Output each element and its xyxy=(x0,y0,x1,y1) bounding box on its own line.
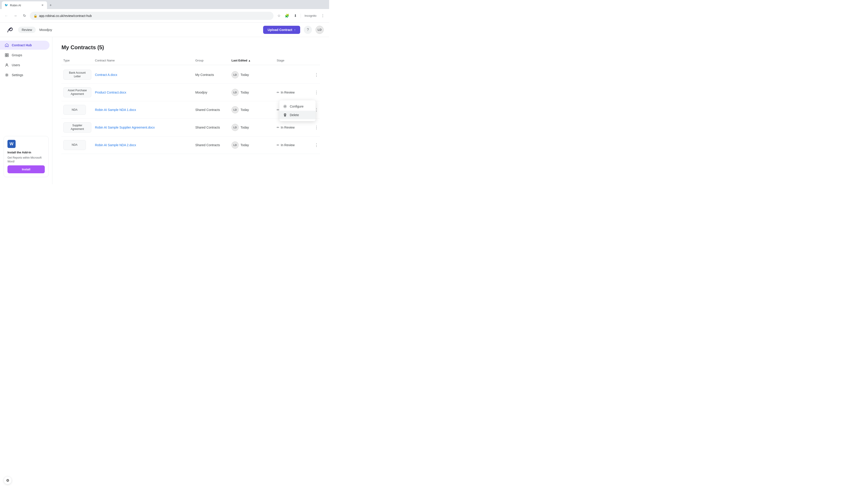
contract-link[interactable]: Product Contract.docx xyxy=(95,91,126,94)
install-addon-button[interactable]: Install xyxy=(7,165,45,173)
sidebar-item-groups[interactable]: Groups xyxy=(0,51,50,60)
avatar-cell: LD Today xyxy=(230,123,275,132)
group-cell: Shared Contracts xyxy=(193,142,230,148)
contract-link[interactable]: Robin AI Sample NDA 1.docx xyxy=(95,108,136,111)
toolbar-actions: ☆ 🧩 ⬇ Incognito ⋮ xyxy=(275,12,327,20)
svg-point-0 xyxy=(10,28,11,29)
active-tab[interactable]: 🐦 Robin AI ✕ xyxy=(2,1,47,9)
menu-button[interactable]: ⋮ xyxy=(319,12,327,20)
addon-description: Get Reports within Microsoft Word! xyxy=(7,156,45,164)
help-button[interactable]: ? xyxy=(304,26,312,34)
extension-button[interactable]: 🧩 xyxy=(283,12,291,20)
svg-rect-4 xyxy=(7,55,8,57)
forward-button[interactable]: → xyxy=(12,12,19,20)
stage-edit-icon: ✏ xyxy=(277,143,279,147)
main-content: Contract Hub Groups xyxy=(0,37,329,184)
sidebar: Contract Hub Groups xyxy=(0,37,53,184)
type-badge: Bank Account Letter xyxy=(63,70,91,80)
row-avatar: LD xyxy=(231,89,239,96)
action-cell: ⋮ xyxy=(311,140,320,150)
type-cell: Asset Purchase Agreement xyxy=(61,86,93,98)
word-icon: W xyxy=(7,140,16,148)
app-layout: Review Moodjoy Upload Contract ↑ ? LD Co… xyxy=(0,23,329,184)
contract-name-cell: Robin AI Sample NDA 2.docx xyxy=(93,142,193,148)
stage-cell: ✏ In Review xyxy=(275,125,311,130)
review-nav-pill[interactable]: Review xyxy=(18,27,36,33)
group-name: Shared Contracts xyxy=(195,108,220,111)
home-icon xyxy=(4,43,9,47)
contract-hub-label: Contract Hub xyxy=(12,43,32,47)
sidebar-item-users[interactable]: Users xyxy=(0,61,50,70)
browser-chrome: 🐦 Robin AI ✕ + ← → ↻ 🔒 app.robinai.co.uk… xyxy=(0,0,329,23)
user-avatar-button[interactable]: LD xyxy=(315,26,324,34)
svg-point-6 xyxy=(6,74,7,76)
type-badge: Supplier Agreement xyxy=(63,122,91,132)
svg-point-5 xyxy=(6,64,7,65)
header-type: Type xyxy=(61,58,93,63)
group-name: My Contracts xyxy=(195,73,214,76)
more-options-button[interactable]: ⋮ xyxy=(313,71,320,78)
context-menu-configure[interactable]: Configure xyxy=(279,102,315,111)
stage-cell xyxy=(275,74,311,76)
last-edited-text: Today xyxy=(241,143,249,147)
header-contract-name: Contract Name xyxy=(93,58,193,63)
table-row: Supplier Agreement Robin AI Sample Suppl… xyxy=(61,119,320,136)
sidebar-bottom: W Install the Add-in Get Reports within … xyxy=(0,132,52,181)
contract-link[interactable]: Robin AI Sample NDA 2.docx xyxy=(95,143,136,147)
context-menu-delete[interactable]: Delete xyxy=(279,111,315,119)
svg-point-7 xyxy=(285,106,286,107)
contract-link[interactable]: Contract A.docx xyxy=(95,73,117,76)
stage-text: In Review xyxy=(281,126,294,129)
stage-edit-icon: ✏ xyxy=(277,108,279,111)
sidebar-item-settings[interactable]: Settings xyxy=(0,70,50,79)
stage-text: In Review xyxy=(281,143,294,147)
contract-name-cell: Robin AI Sample NDA 1.docx xyxy=(93,107,193,112)
delete-icon xyxy=(283,113,287,117)
tab-close-button[interactable]: ✕ xyxy=(41,3,44,7)
stage-cell: ✏ In Review xyxy=(275,90,311,95)
more-options-button[interactable]: ⋮ xyxy=(313,124,320,131)
address-bar[interactable]: 🔒 app.robinai.co.uk/review/contract-hub xyxy=(30,12,274,20)
sidebar-item-contract-hub[interactable]: Contract Hub xyxy=(0,41,50,50)
tab-favicon: 🐦 xyxy=(4,3,8,7)
word-addon-card: W Install the Add-in Get Reports within … xyxy=(4,136,49,177)
svg-rect-1 xyxy=(5,54,6,55)
browser-toolbar: ← → ↻ 🔒 app.robinai.co.uk/review/contrac… xyxy=(0,9,329,23)
back-button[interactable]: ← xyxy=(3,12,10,20)
more-options-button[interactable]: ⋮ xyxy=(313,141,320,149)
contract-link[interactable]: Robin AI Sample Supplier Agreement.docx xyxy=(95,126,155,129)
table-row: Bank Account Letter Contract A.docx My C… xyxy=(61,66,320,84)
stage-edit-icon: ✏ xyxy=(277,91,279,94)
upload-label: Upload Contract xyxy=(268,28,292,32)
table-row: NDA Robin AI Sample NDA 2.docx Shared Co… xyxy=(61,136,320,154)
settings-icon xyxy=(4,73,9,77)
stage-cell: ✏ In Review xyxy=(275,142,311,148)
more-options-button[interactable]: ⋮ xyxy=(313,89,320,96)
last-edited-text: Today xyxy=(241,73,249,76)
stage-edit-icon: ✏ xyxy=(277,126,279,129)
action-cell: ⋮ xyxy=(311,88,320,97)
group-cell: My Contracts xyxy=(193,72,230,77)
last-edited-text: Today xyxy=(241,91,249,94)
upload-contract-button[interactable]: Upload Contract ↑ xyxy=(263,26,300,34)
new-tab-button[interactable]: + xyxy=(48,2,54,8)
header-last-edited[interactable]: Last Edited ▲ xyxy=(230,58,275,63)
download-button[interactable]: ⬇ xyxy=(291,12,299,20)
contract-name-cell: Product Contract.docx xyxy=(93,90,193,95)
bookmark-button[interactable]: ☆ xyxy=(275,12,283,20)
users-label: Users xyxy=(12,63,20,67)
browser-tabs: 🐦 Robin AI ✕ + xyxy=(0,0,329,9)
type-badge: NDA xyxy=(63,140,86,150)
row-avatar: LD xyxy=(231,71,239,78)
lock-icon: 🔒 xyxy=(33,14,37,18)
avatar-cell: LD Today xyxy=(230,88,275,97)
groups-label: Groups xyxy=(12,53,22,57)
delete-label: Delete xyxy=(290,113,299,117)
group-name: Shared Contracts xyxy=(195,126,220,129)
row-avatar: LD xyxy=(231,124,239,131)
reload-button[interactable]: ↻ xyxy=(21,12,28,20)
group-cell: Shared Contracts xyxy=(193,107,230,112)
avatar-cell: LD Today xyxy=(230,70,275,79)
stage-text: In Review xyxy=(281,91,294,94)
context-menu: Configure Delete xyxy=(279,100,315,121)
